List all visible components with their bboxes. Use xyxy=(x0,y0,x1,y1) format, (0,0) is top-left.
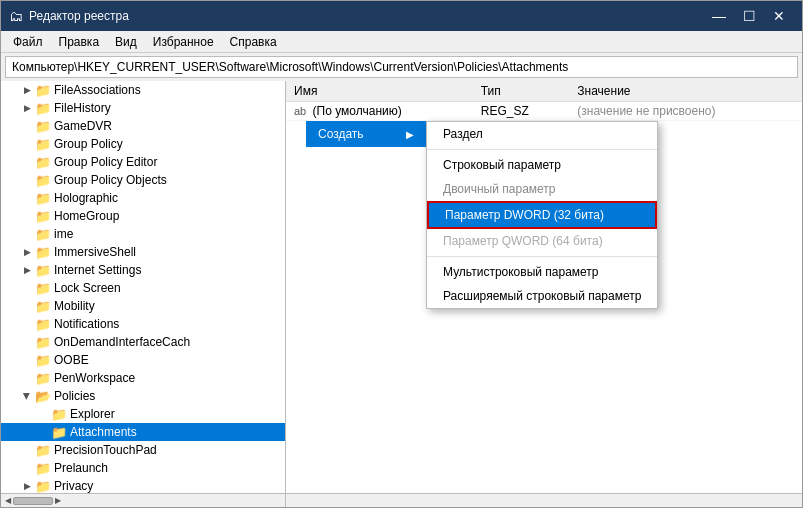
folder-icon: 📂 xyxy=(35,389,51,404)
folder-icon: 📁 xyxy=(35,227,51,242)
folder-icon: 📁 xyxy=(35,245,51,260)
hscroll-thumb[interactable] xyxy=(13,497,53,505)
title-bar: 🗂 Редактор реестра — ☐ ✕ xyxy=(1,1,802,31)
minimize-button[interactable]: — xyxy=(704,1,734,31)
menu-favorites[interactable]: Избранное xyxy=(145,33,222,50)
tree-scroll-area: ▶ 📁 FileAssociations ▶ 📁 FileHistory ▶ 📁 xyxy=(1,81,285,493)
address-bar[interactable]: Компьютер\HKEY_CURRENT_USER\Software\Mic… xyxy=(5,56,798,78)
tree-item-precisiontouchpad[interactable]: ▶ 📁 PrecisionTouchPad xyxy=(1,441,285,459)
tree-label: Group Policy Objects xyxy=(54,173,167,187)
tree-item-ondemand[interactable]: ▶ 📁 OnDemandInterfaceCach xyxy=(1,333,285,351)
menu-file[interactable]: Файл xyxy=(5,33,51,50)
tree-item-notifications[interactable]: ▶ 📁 Notifications xyxy=(1,315,285,333)
tree-item-penworkspace[interactable]: ▶ 📁 PenWorkspace xyxy=(1,369,285,387)
tree-item-fileassociations[interactable]: ▶ 📁 FileAssociations xyxy=(1,81,285,99)
tree-label: PrecisionTouchPad xyxy=(54,443,157,457)
folder-icon: 📁 xyxy=(35,119,51,134)
tree-item-privacy[interactable]: ▶ 📁 Privacy xyxy=(1,477,285,493)
tree-label: Group Policy xyxy=(54,137,123,151)
table-row[interactable]: ab (По умолчанию) REG_SZ (значение не пр… xyxy=(286,102,802,121)
tree-label: Holographic xyxy=(54,191,118,205)
tree-item-gamedvr[interactable]: ▶ 📁 GameDVR xyxy=(1,117,285,135)
tree-label: Privacy xyxy=(54,479,93,493)
tree-label: ImmersiveShell xyxy=(54,245,136,259)
tree-item-homegroup[interactable]: ▶ 📁 HomeGroup xyxy=(1,207,285,225)
scroll-left-arrow[interactable]: ◀ xyxy=(3,496,13,505)
create-button[interactable]: Создать ▶ xyxy=(306,121,426,147)
folder-icon: 📁 xyxy=(35,83,51,98)
window-title: Редактор реестра xyxy=(29,9,704,23)
tree-label: Attachments xyxy=(70,425,137,439)
left-hscrollbar[interactable]: ◀ ▶ xyxy=(1,494,286,507)
collapse-arrow: ▶ xyxy=(19,478,35,493)
submenu-item-string[interactable]: Строковый параметр xyxy=(427,153,657,177)
scroll-right-arrow[interactable]: ▶ xyxy=(53,496,63,505)
menu-bar: Файл Правка Вид Избранное Справка xyxy=(1,31,802,53)
tree-label: FileHistory xyxy=(54,101,111,115)
close-button[interactable]: ✕ xyxy=(764,1,794,31)
folder-icon: 📁 xyxy=(51,425,67,440)
folder-icon: 📁 xyxy=(35,281,51,296)
tree-item-internetsettings[interactable]: ▶ 📁 Internet Settings xyxy=(1,261,285,279)
create-label: Создать xyxy=(318,127,364,141)
tree-item-mobility[interactable]: ▶ 📁 Mobility xyxy=(1,297,285,315)
tree-label: ime xyxy=(54,227,73,241)
collapse-arrow: ▶ xyxy=(19,244,35,260)
folder-icon: 📁 xyxy=(35,209,51,224)
tree-pane[interactable]: ▶ 📁 FileAssociations ▶ 📁 FileHistory ▶ 📁 xyxy=(1,81,286,493)
tree-item-policies[interactable]: ▶ 📂 Policies xyxy=(1,387,285,405)
col-name: Имя xyxy=(286,81,473,102)
tree-item-oobe[interactable]: ▶ 📁 OOBE xyxy=(1,351,285,369)
submenu-item-dword[interactable]: Параметр DWORD (32 бита) xyxy=(427,201,657,229)
submenu-item-expandstring[interactable]: Расширяемый строковый параметр xyxy=(427,284,657,308)
folder-icon: 📁 xyxy=(35,173,51,188)
folder-icon: 📁 xyxy=(35,461,51,476)
tree-item-ime[interactable]: ▶ 📁 ime xyxy=(1,225,285,243)
row-value: (значение не присвоено) xyxy=(569,102,802,121)
tree-item-grouppolicyeditor[interactable]: ▶ 📁 Group Policy Editor xyxy=(1,153,285,171)
folder-icon: 📁 xyxy=(35,299,51,314)
right-hscrollbar[interactable] xyxy=(286,494,802,507)
row-name: ab (По умолчанию) xyxy=(286,102,473,121)
submenu-item-section[interactable]: Раздел xyxy=(427,122,657,146)
tree-label: GameDVR xyxy=(54,119,112,133)
tree-item-grouppolicy[interactable]: ▶ 📁 Group Policy xyxy=(1,135,285,153)
tree-item-grouppolicyobjects[interactable]: ▶ 📁 Group Policy Objects xyxy=(1,171,285,189)
tree-item-filehistory[interactable]: ▶ 📁 FileHistory xyxy=(1,99,285,117)
folder-icon: 📁 xyxy=(35,353,51,368)
menu-edit[interactable]: Правка xyxy=(51,33,108,50)
registry-table: Имя Тип Значение ab (По умолчанию) REG_S… xyxy=(286,81,802,121)
tree-item-immersiveshell[interactable]: ▶ 📁 ImmersiveShell xyxy=(1,243,285,261)
submenu-item-qword[interactable]: Параметр QWORD (64 бита) xyxy=(427,229,657,253)
collapse-arrow: ▶ xyxy=(19,100,35,116)
folder-icon: 📁 xyxy=(35,191,51,206)
tree-item-explorer[interactable]: ▶ 📁 Explorer xyxy=(1,405,285,423)
maximize-button[interactable]: ☐ xyxy=(734,1,764,31)
tree-label: Internet Settings xyxy=(54,263,141,277)
folder-icon: 📁 xyxy=(35,263,51,278)
context-menu-overlay: Создать ▶ Раздел Строковый параметр Двои… xyxy=(306,121,426,147)
main-content: ▶ 📁 FileAssociations ▶ 📁 FileHistory ▶ 📁 xyxy=(1,81,802,493)
submenu-item-multistring[interactable]: Мультистроковый параметр xyxy=(427,260,657,284)
bottom-scrollbar-area: ◀ ▶ xyxy=(1,493,802,507)
tree-label: FileAssociations xyxy=(54,83,141,97)
menu-view[interactable]: Вид xyxy=(107,33,145,50)
tree-label: Group Policy Editor xyxy=(54,155,157,169)
create-menu-row: Создать ▶ Раздел Строковый параметр Двои… xyxy=(306,121,426,147)
folder-icon: 📁 xyxy=(35,101,51,116)
submenu-item-binary[interactable]: Двоичный параметр xyxy=(427,177,657,201)
tree-label: HomeGroup xyxy=(54,209,119,223)
tree-item-holographic[interactable]: ▶ 📁 Holographic xyxy=(1,189,285,207)
col-value: Значение xyxy=(569,81,802,102)
tree-item-attachments[interactable]: ▶ 📁 Attachments xyxy=(1,423,285,441)
tree-label: Policies xyxy=(54,389,95,403)
menu-help[interactable]: Справка xyxy=(222,33,285,50)
tree-label: OnDemandInterfaceCach xyxy=(54,335,190,349)
tree-label: Lock Screen xyxy=(54,281,121,295)
folder-icon: 📁 xyxy=(35,479,51,494)
folder-icon: 📁 xyxy=(35,335,51,350)
tree-item-lockscreen[interactable]: ▶ 📁 Lock Screen xyxy=(1,279,285,297)
tree-item-prelaunch[interactable]: ▶ 📁 Prelaunch xyxy=(1,459,285,477)
tree-label: OOBE xyxy=(54,353,89,367)
address-path: Компьютер\HKEY_CURRENT_USER\Software\Mic… xyxy=(12,60,568,74)
